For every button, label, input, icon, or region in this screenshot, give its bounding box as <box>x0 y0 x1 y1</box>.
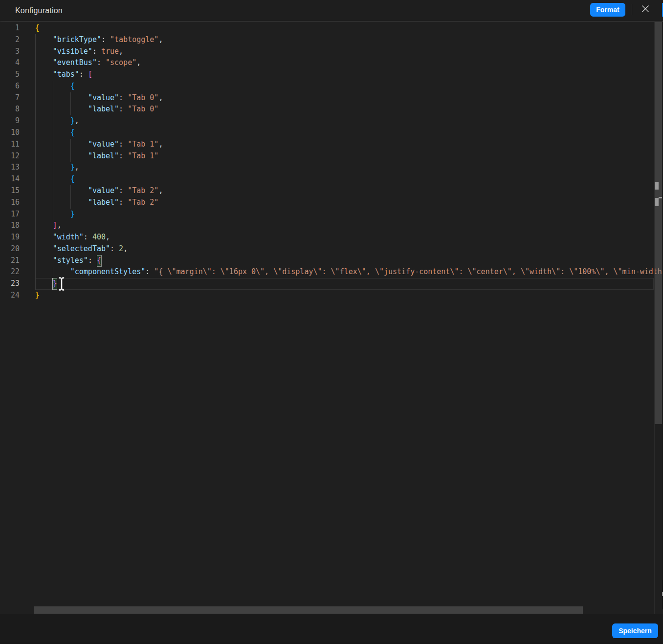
line-number: 11 <box>0 139 20 150</box>
code-token <box>35 82 70 90</box>
code-token: ] <box>53 221 57 230</box>
code-token: : <box>119 186 123 195</box>
code-token <box>35 186 88 195</box>
code-token <box>35 35 53 44</box>
line-number: 2 <box>0 34 20 46</box>
code-token: : <box>88 256 92 265</box>
code-token: "value" <box>88 140 119 149</box>
line-number: 10 <box>0 127 20 139</box>
code-token: { <box>70 128 75 137</box>
code-line: { <box>35 22 663 34</box>
code-token: , <box>158 140 163 149</box>
line-number: 7 <box>0 92 20 104</box>
code-token <box>35 70 53 79</box>
vertical-scrollbar[interactable] <box>655 22 662 424</box>
code-line: } <box>35 209 663 220</box>
code-line: }, <box>35 115 663 127</box>
line-number: 12 <box>0 150 20 162</box>
code-token: { <box>70 82 75 90</box>
line-number: 1 <box>0 22 20 34</box>
code-token: "Tab 1" <box>128 140 158 149</box>
close-button[interactable] <box>639 2 652 16</box>
code-token <box>123 140 128 149</box>
code-token <box>123 93 128 102</box>
code-token <box>35 233 53 241</box>
line-number: 16 <box>0 197 20 209</box>
code-token: { <box>70 174 75 183</box>
dialog-header: Konfiguration Format <box>0 0 663 21</box>
code-token <box>88 233 92 241</box>
format-button[interactable]: Format <box>590 3 625 17</box>
code-token: [ <box>88 70 92 79</box>
code-line: "selectedTab": 2, <box>35 243 663 255</box>
code-token: , <box>57 221 62 230</box>
line-number: 6 <box>0 81 20 92</box>
code-token <box>35 140 88 149</box>
code-line: "value": "Tab 1", <box>35 139 663 150</box>
code-token <box>106 35 110 44</box>
code-token <box>123 198 128 207</box>
line-number: 8 <box>0 104 20 115</box>
header-divider <box>632 4 632 15</box>
code-token: : <box>79 70 84 79</box>
line-number: 18 <box>0 220 20 232</box>
line-number: 17 <box>0 209 20 220</box>
code-token: "label" <box>88 198 119 207</box>
code-line: ], <box>35 220 663 232</box>
code-line: "label": "Tab 2" <box>35 197 663 209</box>
code-token: "Tab 2" <box>128 198 158 207</box>
line-number: 13 <box>0 162 20 173</box>
line-number: 21 <box>0 255 20 267</box>
code-token <box>97 47 101 56</box>
code-line: "eventBus": "scope", <box>35 57 663 69</box>
dialog-title: Konfiguration <box>15 0 63 21</box>
code-token: , <box>136 58 141 67</box>
code-token: "tabs" <box>53 70 79 79</box>
code-line: "tabs": [ <box>35 69 663 81</box>
line-number: 3 <box>0 46 20 58</box>
code-token: , <box>75 116 79 125</box>
code-token: "componentStyles" <box>70 267 146 276</box>
save-button[interactable]: Speichern <box>612 623 658 638</box>
overview-ruler-bracket-mark <box>655 182 659 190</box>
code-token <box>35 267 70 276</box>
code-token: { <box>35 23 40 32</box>
code-token <box>114 244 119 253</box>
code-token: : <box>97 58 101 67</box>
code-line: { <box>35 127 663 139</box>
code-token: { <box>97 256 101 265</box>
code-token: "Tab 0" <box>128 93 158 102</box>
line-number: 19 <box>0 232 20 243</box>
horizontal-scrollbar[interactable] <box>34 606 583 614</box>
code-token <box>35 47 53 56</box>
line-number: 5 <box>0 69 20 81</box>
code-token: true <box>101 47 119 56</box>
code-token: "value" <box>88 186 119 195</box>
code-editor[interactable]: 123456789101112131415161718192021222324 … <box>0 22 663 614</box>
code-line: "value": "Tab 0", <box>35 92 663 104</box>
code-token: "Tab 2" <box>128 186 158 195</box>
code-token: , <box>158 93 163 102</box>
code-line: } <box>35 290 663 301</box>
scrollbar-track-edge <box>654 22 655 614</box>
code-token <box>35 58 53 67</box>
code-token <box>35 221 53 230</box>
code-line: "brickType": "tabtoggle", <box>35 34 663 46</box>
code-token: } <box>70 163 75 172</box>
code-token: "brickType" <box>53 35 101 44</box>
line-number: 4 <box>0 57 20 69</box>
line-number: 14 <box>0 173 20 185</box>
code-line: { <box>35 173 663 185</box>
overview-ruler-bracket-mark <box>655 198 659 206</box>
code-token: , <box>158 35 163 44</box>
code-token <box>35 198 88 207</box>
code-token: "Tab 0" <box>128 105 158 113</box>
code-token: } <box>70 116 75 125</box>
code-token: : <box>101 35 106 44</box>
code-token: "styles" <box>53 256 88 265</box>
code-token: , <box>119 47 123 56</box>
code-token <box>35 163 70 172</box>
code-token: } <box>70 210 75 218</box>
mouse-ibeam-cursor <box>58 276 65 291</box>
code-line: }, <box>35 162 663 173</box>
